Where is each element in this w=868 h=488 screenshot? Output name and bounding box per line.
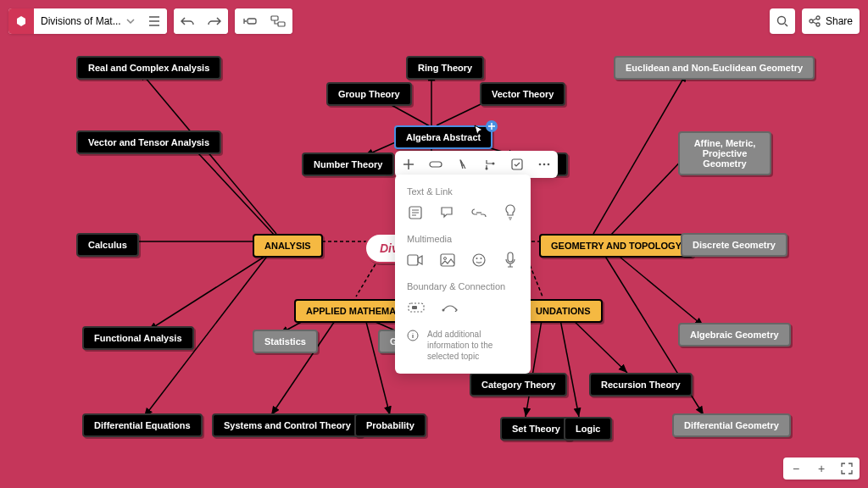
share-label: Share	[826, 15, 853, 27]
pop-section-boundary: Boundary & Connection	[407, 281, 519, 291]
add-child-icon[interactable]	[400, 156, 417, 173]
zoom-controls: − +	[783, 458, 860, 480]
svg-point-51	[810, 19, 813, 23]
main-toolbar: Divisions of Mat...	[8, 8, 292, 34]
node-vector[interactable]: Vector Theory	[480, 82, 565, 106]
undo-button[interactable]	[174, 8, 201, 34]
node-number[interactable]: Number Theory	[302, 152, 394, 176]
share-icon	[809, 15, 821, 27]
node-affine[interactable]: Affine, Metric, Projective Geometry	[678, 131, 771, 175]
svg-point-53	[816, 23, 820, 26]
pop-section-multimedia: Multimedia	[407, 234, 519, 244]
node-discrete[interactable]: Discrete Geometry	[681, 233, 787, 257]
svg-rect-48	[271, 16, 278, 20]
svg-rect-31	[512, 159, 522, 169]
node-category[interactable]: Category Theory	[470, 373, 567, 396]
svg-rect-36	[408, 255, 418, 265]
zoom-in-button[interactable]: +	[809, 458, 834, 480]
boundary-icon[interactable]	[407, 298, 426, 317]
share-button[interactable]: Share	[802, 8, 860, 34]
svg-line-17	[610, 249, 704, 326]
svg-line-14	[593, 73, 687, 234]
node-group[interactable]: Group Theory	[326, 82, 412, 106]
fit-button[interactable]	[834, 458, 860, 480]
svg-rect-37	[441, 254, 454, 266]
svg-point-40	[476, 258, 477, 259]
insert-topic-icon	[242, 16, 257, 26]
emoji-icon[interactable]	[470, 251, 487, 269]
svg-point-33	[543, 164, 546, 166]
info-icon	[407, 329, 419, 342]
svg-point-38	[443, 258, 446, 260]
svg-rect-28	[430, 162, 442, 167]
svg-point-32	[539, 164, 542, 166]
node-label: Algebra Abstract	[406, 132, 481, 142]
text-icon[interactable]	[454, 156, 471, 173]
node-geometry[interactable]: GEOMETRY AND TOPOLOGY	[539, 234, 693, 258]
svg-point-39	[473, 254, 485, 266]
svg-point-30	[486, 168, 488, 170]
idea-icon[interactable]	[503, 203, 520, 222]
svg-line-11	[271, 313, 340, 415]
comment-icon[interactable]	[439, 203, 456, 222]
svg-point-52	[816, 16, 820, 19]
svg-line-3	[148, 249, 276, 330]
task-icon[interactable]	[509, 156, 526, 173]
popover-footer-text: Add additional information to the select…	[427, 329, 519, 362]
node-calculus[interactable]: Calculus	[76, 233, 139, 257]
document-title-dropdown[interactable]: Divisions of Mat...	[34, 8, 142, 34]
image-icon[interactable]	[439, 251, 455, 269]
svg-rect-47	[248, 19, 256, 24]
video-icon[interactable]	[407, 251, 424, 269]
more-icon[interactable]	[536, 156, 553, 173]
fit-icon	[841, 463, 853, 474]
svg-point-45	[442, 309, 445, 312]
connection-icon[interactable]	[441, 298, 459, 317]
menu-icon	[148, 16, 160, 26]
chevron-down-icon	[126, 19, 135, 24]
cursor-icon	[473, 124, 487, 137]
selection-badge-icon	[486, 120, 498, 132]
node-differential-geo[interactable]: Differential Geometry	[672, 413, 791, 437]
node-algebraic[interactable]: Algebraic Geometry	[678, 323, 791, 347]
node-euclidean[interactable]: Euclidean and Non-Euclidean Geometry	[614, 56, 815, 80]
zoom-out-button[interactable]: −	[783, 458, 809, 480]
node-logic[interactable]: Logic	[564, 417, 612, 441]
node-statistics[interactable]: Statistics	[253, 330, 318, 353]
node-ring[interactable]: Ring Theory	[406, 56, 484, 80]
node-vector-tensor[interactable]: Vector and Tensor Analysis	[76, 130, 221, 154]
node-real-complex[interactable]: Real and Complex Analysis	[76, 56, 221, 80]
svg-point-29	[492, 163, 495, 165]
app-logo-button[interactable]	[8, 8, 34, 34]
svg-point-34	[548, 164, 550, 166]
node-set[interactable]: Set Theory	[500, 417, 572, 441]
add-topic-icon[interactable]	[427, 156, 444, 173]
svg-point-50	[777, 17, 785, 25]
menu-button[interactable]	[142, 8, 167, 34]
undo-icon	[181, 16, 194, 26]
node-recursion[interactable]: Recursion Theory	[589, 373, 693, 396]
note-icon[interactable]	[407, 203, 424, 222]
node-analysis[interactable]: ANALYSIS	[253, 234, 323, 258]
node-foundations[interactable]: UNDATIONS	[524, 299, 603, 323]
svg-rect-42	[508, 252, 513, 262]
search-button[interactable]	[770, 8, 795, 34]
link-icon[interactable]	[470, 203, 487, 222]
audio-icon[interactable]	[503, 251, 519, 269]
node-systems[interactable]: Systems and Control Theory	[212, 413, 363, 437]
pop-section-text-link: Text & Link	[407, 186, 519, 197]
toolbar-right: Share	[770, 8, 860, 34]
search-icon	[776, 15, 788, 27]
redo-button[interactable]	[201, 8, 228, 34]
node-probability[interactable]: Probability	[354, 413, 426, 437]
node-differential-eq[interactable]: Differential Equations	[82, 413, 203, 437]
svg-rect-44	[412, 306, 417, 309]
doc-title: Divisions of Mat...	[41, 15, 121, 27]
svg-rect-49	[278, 22, 285, 26]
insert-topic-button[interactable]	[235, 8, 264, 34]
insert-subtopic-button[interactable]	[264, 8, 292, 34]
node-functional[interactable]: Functional Analysis	[82, 326, 194, 350]
redo-icon	[208, 16, 221, 26]
svg-line-22	[568, 315, 627, 373]
relationship-icon[interactable]	[481, 156, 498, 173]
